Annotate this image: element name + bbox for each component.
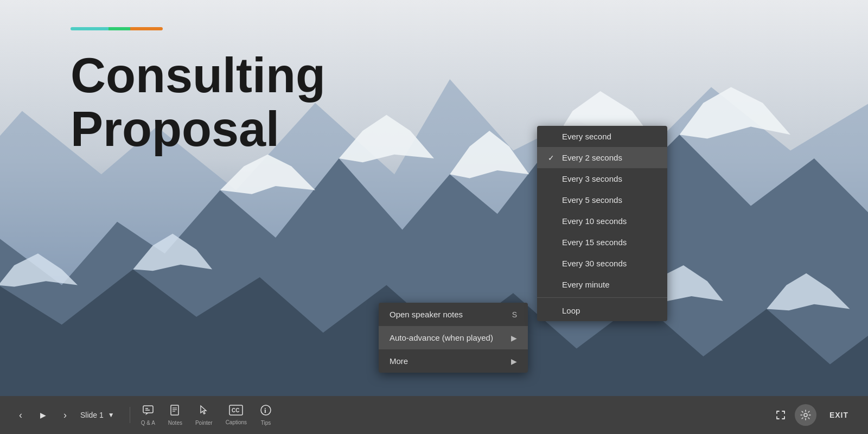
slide-title-line1: Consulting [71, 49, 326, 103]
submenu-item-every-3-seconds[interactable]: Every 3 seconds [537, 168, 667, 189]
submenu-item-loop[interactable]: Loop [537, 300, 667, 321]
tool-qa[interactable]: Q & A [135, 402, 162, 428]
slide-number-label: Slide 1 [80, 411, 104, 419]
submenu-item-every-10-seconds[interactable]: Every 10 seconds [537, 210, 667, 232]
gear-icon [800, 410, 811, 420]
menu-item-more-label: More [390, 356, 408, 366]
play-button[interactable]: ▶ [33, 405, 53, 425]
tool-tips[interactable]: i Tips [253, 402, 278, 428]
logo-orange [130, 27, 163, 30]
submenu-item-every-2-seconds-label: Every 2 seconds [562, 153, 622, 162]
submenu-item-every-3-seconds-label: Every 3 seconds [562, 174, 622, 183]
tips-label: Tips [261, 420, 271, 426]
menu-item-auto-advance-label: Auto-advance (when played) [390, 333, 493, 342]
submenu-item-every-second-label: Every second [562, 132, 611, 141]
logo-bar [71, 27, 163, 30]
nav-controls: ‹ ▶ › [11, 405, 75, 425]
captions-label: Captions [226, 419, 247, 425]
menu-item-more[interactable]: More ▶ [379, 349, 528, 373]
tool-notes[interactable]: Notes [162, 402, 189, 428]
submenu-auto-advance: Every second ✓ Every 2 seconds Every 3 s… [537, 126, 667, 321]
notes-label: Notes [168, 420, 182, 426]
svg-rect-12 [143, 406, 153, 413]
submenu-item-every-2-seconds[interactable]: ✓ Every 2 seconds [537, 147, 667, 168]
submenu-item-every-5-seconds[interactable]: Every 5 seconds [537, 189, 667, 210]
submenu-divider [537, 297, 667, 298]
svg-text:CC: CC [232, 407, 239, 413]
logo-green [108, 27, 130, 30]
slide-title: Consulting Proposal [71, 49, 326, 156]
settings-button[interactable] [795, 404, 816, 426]
menu-item-speaker-notes-label: Open speaker notes [390, 310, 463, 319]
toolbar-divider-1 [130, 407, 130, 423]
slide-content: Consulting Proposal [71, 49, 326, 156]
submenu-item-every-15-seconds-label: Every 15 seconds [562, 238, 627, 247]
exit-button[interactable]: EXIT [821, 406, 857, 424]
submenu-item-every-10-seconds-label: Every 10 seconds [562, 216, 627, 226]
pointer-label: Pointer [195, 420, 213, 426]
next-slide-button[interactable]: › [55, 405, 75, 425]
slide-area: Consulting Proposal Open speaker notes S… [0, 0, 868, 396]
submenu-item-every-second[interactable]: Every second [537, 126, 667, 147]
svg-rect-15 [171, 405, 178, 415]
qa-icon [142, 404, 154, 419]
logo-teal [71, 27, 108, 30]
submenu-item-every-minute-label: Every minute [562, 280, 610, 289]
fullscreen-icon [775, 410, 786, 420]
captions-icon: CC [229, 405, 243, 418]
tips-icon: i [260, 404, 272, 419]
pointer-icon [198, 404, 210, 419]
tool-pointer[interactable]: Pointer [189, 402, 219, 428]
slide-indicator: Slide 1 ▼ [80, 411, 114, 419]
tool-captions[interactable]: CC Captions [219, 403, 253, 427]
slide-dropdown-button[interactable]: ▼ [108, 411, 114, 419]
notes-icon [169, 404, 181, 419]
submenu-item-every-15-seconds[interactable]: Every 15 seconds [537, 232, 667, 253]
svg-point-23 [804, 413, 807, 417]
context-menu: Open speaker notes S Auto-advance (when … [379, 303, 528, 373]
submenu-item-every-minute[interactable]: Every minute [537, 274, 667, 295]
svg-text:i: i [264, 406, 266, 414]
menu-item-speaker-notes[interactable]: Open speaker notes S [379, 303, 528, 326]
svg-marker-6 [680, 87, 790, 139]
fullscreen-button[interactable] [771, 405, 790, 425]
check-icon-every-2-seconds: ✓ [548, 154, 557, 162]
submenu-item-loop-label: Loop [562, 306, 580, 315]
toolbar: ‹ ▶ › Slide 1 ▼ Q & A [0, 396, 868, 434]
prev-slide-button[interactable]: ‹ [11, 405, 30, 425]
chevron-right-icon-more: ▶ [511, 357, 517, 366]
submenu-item-every-30-seconds-label: Every 30 seconds [562, 259, 627, 268]
chevron-right-icon: ▶ [511, 334, 517, 342]
submenu-item-every-30-seconds[interactable]: Every 30 seconds [537, 253, 667, 274]
menu-item-speaker-notes-shortcut: S [512, 310, 517, 319]
slide-title-line2: Proposal [71, 103, 326, 156]
menu-item-auto-advance[interactable]: Auto-advance (when played) ▶ [379, 326, 528, 349]
exit-label: EXIT [829, 411, 848, 419]
submenu-item-every-5-seconds-label: Every 5 seconds [562, 195, 622, 205]
qa-label: Q & A [141, 420, 155, 426]
